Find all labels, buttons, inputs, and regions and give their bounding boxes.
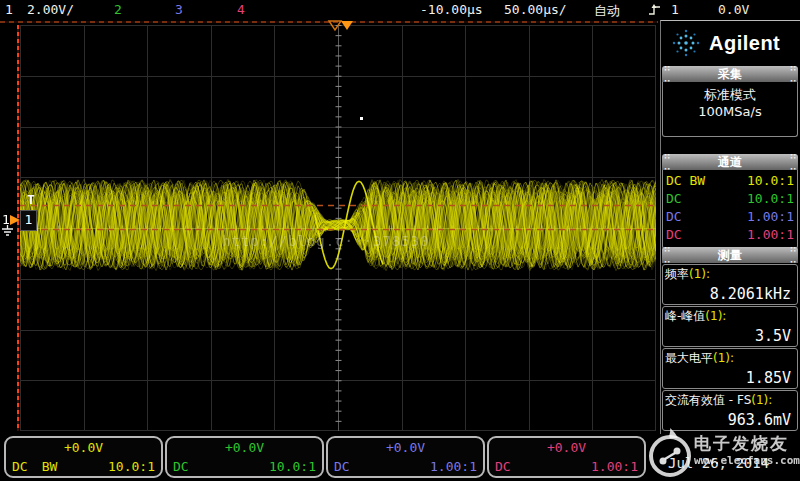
measure-title: 测量 xyxy=(718,247,742,264)
brand-name: Agilent xyxy=(709,32,780,55)
channels-section-body: DC BW 10.0:1 DC 10.0:1 DC 1.00:1 DC 1.00… xyxy=(662,170,798,249)
graticule-waveform-canvas xyxy=(20,25,656,431)
measurement-value: 8.2061kHz xyxy=(665,285,795,303)
measurement-ac-rms[interactable]: 交流有效值 - FS(1): 963.6mV xyxy=(662,390,798,431)
channel-1-bw-limit: BW xyxy=(42,459,58,474)
measurement-name: 峰-峰值 xyxy=(665,309,705,323)
measurement-value: 963.6mV xyxy=(665,411,795,429)
channel-3-coupling: DC xyxy=(334,459,350,474)
channel-4-offset: +0.0V xyxy=(489,440,644,455)
elecfans-watermark-name: 电子发烧友 xyxy=(694,432,789,455)
trigger-level-marker[interactable]: T xyxy=(27,192,35,207)
channel-3-offset: +0.0V xyxy=(328,440,483,455)
channel-4-coupling: DC xyxy=(495,459,511,474)
acquire-mode: 标准模式 xyxy=(663,86,797,103)
channel-2-probe: 10.0:1 xyxy=(747,190,794,208)
channel-2-probe: 10.0:1 xyxy=(269,459,316,474)
channel-1-offset: +0.0V xyxy=(6,440,161,455)
elecfans-watermark-url: www.elecfans.com xyxy=(694,454,800,467)
channel-4-probe: 1.00:1 xyxy=(747,226,794,244)
acquire-title: 采集 xyxy=(718,66,742,83)
marker-dot xyxy=(360,117,363,120)
oscilloscope-screen: { "colors": { "ch1": "#e2e200", "ch2": "… xyxy=(0,0,800,481)
timebase-readout[interactable]: 50.00μs/ xyxy=(504,2,567,17)
channel-4-number[interactable]: 4 xyxy=(237,2,245,17)
measurement-channel: (1): xyxy=(751,393,772,407)
channel-3-number[interactable]: 3 xyxy=(175,2,183,17)
channel-4-row[interactable]: DC 1.00:1 xyxy=(663,226,797,244)
measurement-frequency[interactable]: 频率(1): 8.2061kHz xyxy=(662,264,798,305)
channel-2-coupling: DC xyxy=(666,190,682,208)
measure-section-header[interactable]: 测量 xyxy=(662,247,798,263)
trigger-position-markers[interactable] xyxy=(320,20,364,32)
agilent-starburst-icon xyxy=(671,28,701,58)
blog-watermark-text: http://blog.c···378530 xyxy=(222,233,562,249)
channel-1-coupling: DC BW xyxy=(666,172,705,190)
channels-section-header[interactable]: 通道 xyxy=(662,154,798,170)
channel-1-ground-marker[interactable]: 1 xyxy=(1,212,19,252)
right-sidebar: Agilent 采集 标准模式 100MSa/s 通道 DC BW 10.0:1… xyxy=(660,20,800,435)
channel-3-coupling: DC xyxy=(666,208,682,226)
channel-1-probe: 10.0:1 xyxy=(747,172,794,190)
channel-2-status-box[interactable]: +0.0V DC 10.0:1 xyxy=(165,436,324,478)
measurement-peak-to-peak[interactable]: 峰-峰值(1): 3.5V xyxy=(662,306,798,347)
channels-title: 通道 xyxy=(718,154,742,171)
channel-1-probe: 10.0:1 xyxy=(108,459,155,474)
measurement-value: 3.5V xyxy=(665,327,795,345)
trigger-source: 1 xyxy=(671,2,679,17)
channel-2-row[interactable]: DC 10.0:1 xyxy=(663,190,797,208)
channel-3-probe: 1.00:1 xyxy=(747,208,794,226)
channel-1-row[interactable]: DC BW 10.0:1 xyxy=(663,172,797,190)
elecfans-logo-icon xyxy=(648,428,694,480)
acquire-section-header[interactable]: 采集 xyxy=(662,66,798,82)
measurement-name: 交流有效值 - FS xyxy=(665,393,751,407)
channel-1-scale[interactable]: 2.00V/ xyxy=(27,2,74,17)
trigger-level-readout[interactable]: 0.0V xyxy=(718,2,749,17)
status-top-bar: 1 2.00V/ 2 3 4 -10.00μs 50.00μs/ 自动 1 0.… xyxy=(0,0,800,20)
channel-3-status-box[interactable]: +0.0V DC 1.00:1 xyxy=(326,436,485,478)
channel-3-row[interactable]: DC 1.00:1 xyxy=(663,208,797,226)
rising-edge-trigger-icon xyxy=(648,3,661,19)
channel-3-probe: 1.00:1 xyxy=(430,459,477,474)
channel-2-offset: +0.0V xyxy=(167,440,322,455)
channel-1-number[interactable]: 1 xyxy=(5,2,13,17)
channel-2-number[interactable]: 2 xyxy=(114,2,122,17)
measurement-name: 频率 xyxy=(665,267,689,281)
elecfans-watermark: 电子发烧友 www.elecfans.com xyxy=(648,428,800,481)
channel-4-probe: 1.00:1 xyxy=(591,459,638,474)
delay-readout[interactable]: -10.00μs xyxy=(420,2,483,17)
measurement-channel: (1): xyxy=(705,309,726,323)
sample-rate: 100MSa/s xyxy=(663,103,797,120)
acquire-section-body: 标准模式 100MSa/s xyxy=(662,82,798,137)
ground-symbol-icon xyxy=(1,225,14,237)
measurement-value: 1.85V xyxy=(665,369,795,387)
channel-2-coupling: DC xyxy=(173,459,189,474)
channel-4-status-box[interactable]: +0.0V DC 1.00:1 xyxy=(487,436,646,478)
measurement-max-level[interactable]: 最大电平(1): 1.85V xyxy=(662,348,798,389)
trigger-mode-label: 自动 xyxy=(594,2,620,20)
channel-1-coupling: DC xyxy=(12,459,28,474)
measure-section-body: 频率(1): 8.2061kHz 峰-峰值(1): 3.5V 最大电平(1): … xyxy=(662,263,798,432)
waveform-display-area: T 1 1 http://blog.c···378530 xyxy=(0,20,658,434)
channel-1-status-box[interactable]: +0.0V DC BW 10.0:1 xyxy=(4,436,163,478)
measurement-channel: (1): xyxy=(713,351,734,365)
measurement-channel: (1): xyxy=(689,267,710,281)
measurement-name: 最大电平 xyxy=(665,351,713,365)
channel-1-plot-marker: 1 xyxy=(20,210,37,231)
brand-row: Agilent xyxy=(661,23,800,63)
